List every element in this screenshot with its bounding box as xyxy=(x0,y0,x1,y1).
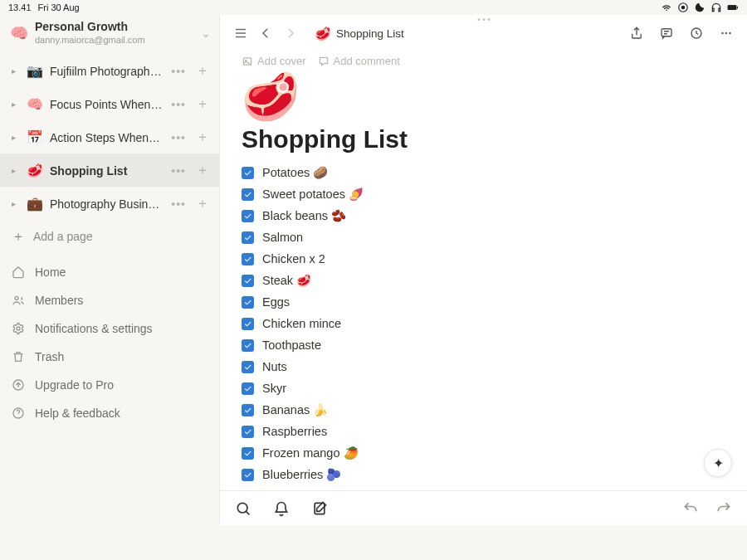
nav-label: Notifications & settings xyxy=(35,322,153,335)
sidebar-page-0[interactable]: ▸📷Fujfiilm Photography …•••＋ xyxy=(0,54,219,87)
nav-trash[interactable]: Trash xyxy=(0,343,219,371)
back-button[interactable] xyxy=(256,24,275,42)
inbox-icon[interactable] xyxy=(273,500,290,517)
expand-icon[interactable]: ▸ xyxy=(12,199,20,208)
todo-item[interactable]: Sweet potatoes 🍠 xyxy=(242,183,725,205)
nav-label: Trash xyxy=(35,350,64,363)
checkbox-icon[interactable] xyxy=(242,469,254,481)
page-label: Photography Busines… xyxy=(50,197,163,211)
todo-item[interactable]: Chicken mince xyxy=(242,313,725,334)
expand-icon[interactable]: ▸ xyxy=(12,166,20,175)
workspace-email: danny.maiorca@gmail.com xyxy=(35,35,194,46)
sidebar-page-3[interactable]: ▸🥩Shopping List•••＋ xyxy=(0,153,219,187)
todo-item[interactable]: Potatoes 🥔 xyxy=(242,162,725,183)
checkbox-icon[interactable] xyxy=(242,253,254,265)
nav-label: Help & feedback xyxy=(35,407,120,420)
drag-handle-icon[interactable] xyxy=(477,18,490,21)
checkbox-icon[interactable] xyxy=(242,426,254,438)
page-label: Shopping List xyxy=(50,164,163,178)
nav-settings[interactable]: Notifications & settings xyxy=(0,314,219,343)
todo-text: Raspberries xyxy=(262,425,327,438)
page-add-icon[interactable]: ＋ xyxy=(194,62,211,80)
comments-icon[interactable] xyxy=(657,24,676,42)
workspace-switcher[interactable]: 🧠 Personal Growth danny.maiorca@gmail.co… xyxy=(0,15,219,54)
svg-point-10 xyxy=(721,32,723,34)
svg-point-1 xyxy=(681,6,685,9)
sidebar-page-4[interactable]: ▸💼Photography Busines…•••＋ xyxy=(0,187,219,220)
page-body[interactable]: 🥩 Shopping List Potatoes 🥔Sweet potatoes… xyxy=(220,67,747,490)
checkbox-icon[interactable] xyxy=(242,231,254,244)
todo-item[interactable]: Bananas 🍌 xyxy=(242,399,725,421)
todo-item[interactable]: Nuts xyxy=(242,356,725,377)
sidebar-page-2[interactable]: ▸📅Action Steps When B…•••＋ xyxy=(0,120,219,153)
checkbox-icon[interactable] xyxy=(242,167,254,179)
page-more-icon[interactable]: ••• xyxy=(169,131,188,144)
breadcrumb-icon: 🥩 xyxy=(315,26,331,41)
new-page-icon[interactable] xyxy=(311,500,328,517)
sidebar-page-1[interactable]: ▸🧠Focus Points When I'…•••＋ xyxy=(0,87,219,120)
page-label: Action Steps When B… xyxy=(50,131,163,144)
page-add-icon[interactable]: ＋ xyxy=(194,129,211,146)
checkbox-icon[interactable] xyxy=(242,339,254,352)
expand-icon[interactable]: ▸ xyxy=(12,133,20,142)
add-page-button[interactable]: ＋ Add a page xyxy=(0,220,219,253)
nav-help[interactable]: Help & feedback xyxy=(0,399,219,427)
checkbox-icon[interactable] xyxy=(242,361,254,373)
page-more-icon[interactable]: ••• xyxy=(169,197,188,211)
nav-upgrade[interactable]: Upgrade to Pro xyxy=(0,371,219,399)
page-title[interactable]: Shopping List xyxy=(242,125,725,153)
todo-item[interactable]: Chicken x 2 xyxy=(242,248,725,270)
breadcrumb[interactable]: 🥩 Shopping List xyxy=(315,26,404,41)
page-more-icon[interactable]: ••• xyxy=(169,98,188,111)
todo-item[interactable]: Salmon xyxy=(242,226,725,248)
checkbox-icon[interactable] xyxy=(242,188,254,201)
todo-text: Chicken x 2 xyxy=(262,252,325,265)
expand-icon[interactable]: ▸ xyxy=(12,100,20,109)
share-icon[interactable] xyxy=(627,24,646,42)
todo-item[interactable]: Blueberries 🫐 xyxy=(242,464,725,485)
todo-item[interactable]: Eggs xyxy=(242,291,725,313)
moon-icon xyxy=(694,2,706,13)
expand-icon[interactable]: ▸ xyxy=(12,66,20,75)
search-icon[interactable] xyxy=(235,500,251,517)
checkbox-icon[interactable] xyxy=(242,296,254,309)
page-add-icon[interactable]: ＋ xyxy=(194,95,211,113)
page-add-icon[interactable]: ＋ xyxy=(194,195,211,212)
redo-icon[interactable] xyxy=(715,500,732,517)
page-emoji: 🥩 xyxy=(27,163,43,178)
status-time: 13.41 xyxy=(8,2,32,12)
forward-button[interactable] xyxy=(281,24,300,42)
checkbox-icon[interactable] xyxy=(242,318,254,330)
todo-item[interactable]: Black beans 🫘 xyxy=(242,205,725,226)
nav-members[interactable]: Members xyxy=(0,286,219,314)
undo-icon[interactable] xyxy=(682,500,699,517)
svg-rect-8 xyxy=(662,29,671,37)
checkbox-icon[interactable] xyxy=(242,382,254,395)
hamburger-icon[interactable] xyxy=(232,24,250,42)
nav-home[interactable]: Home xyxy=(0,258,219,286)
checkbox-icon[interactable] xyxy=(242,210,254,222)
help-icon xyxy=(12,407,25,420)
upgrade-icon xyxy=(12,378,25,392)
add-comment-button[interactable]: Add comment xyxy=(318,55,400,67)
page-more-icon[interactable]: ••• xyxy=(169,65,188,78)
bottom-toolbar xyxy=(220,490,747,525)
checkbox-icon[interactable] xyxy=(242,447,254,460)
ai-fab-button[interactable]: ✦ xyxy=(704,449,732,477)
checkbox-icon[interactable] xyxy=(242,275,254,287)
page-more-icon[interactable]: ••• xyxy=(169,164,188,178)
page-icon[interactable]: 🥩 xyxy=(242,74,725,120)
checkbox-icon[interactable] xyxy=(242,404,254,416)
todo-item[interactable]: Frozen mango 🥭 xyxy=(242,442,725,464)
svg-point-4 xyxy=(15,297,18,300)
todo-item[interactable]: Toothpaste xyxy=(242,334,725,356)
more-icon[interactable] xyxy=(717,24,735,42)
todo-item[interactable]: Steak 🥩 xyxy=(242,270,725,291)
add-cover-button[interactable]: Add cover xyxy=(242,55,306,67)
todo-item[interactable]: Skyr xyxy=(242,377,725,399)
todo-item[interactable]: Raspberries xyxy=(242,421,725,442)
nav-label: Members xyxy=(35,294,83,307)
page-add-icon[interactable]: ＋ xyxy=(194,162,211,179)
todo-text: Potatoes 🥔 xyxy=(262,166,328,180)
updates-icon[interactable] xyxy=(687,24,706,42)
